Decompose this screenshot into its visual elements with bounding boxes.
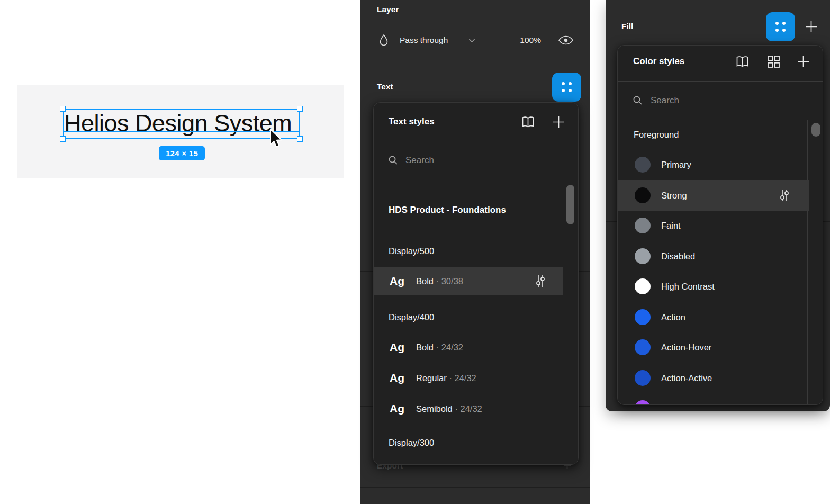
color-swatch — [635, 309, 651, 325]
color-style-item[interactable]: Disabled — [618, 241, 809, 272]
color-style-item[interactable]: Faint — [618, 210, 809, 241]
blend-mode-select[interactable]: Pass through — [400, 35, 448, 45]
color-styles-popup: Color styles ForegroundPrimaryStrongFain… — [617, 45, 823, 405]
popup-divider — [618, 81, 823, 82]
color-style-name: Primary — [661, 149, 691, 180]
adjust-sliders-icon[interactable] — [534, 274, 547, 288]
style-weight: Bold — [416, 276, 434, 286]
style-name-label: Bold · 24/32 — [416, 333, 463, 362]
style-sample-text: Ag — [390, 267, 404, 295]
scrollbar-thumb[interactable] — [811, 123, 820, 137]
color-swatch — [635, 400, 651, 405]
size-badge: 124 × 15 — [159, 146, 205, 160]
adjust-sliders-icon[interactable] — [778, 188, 791, 202]
figma-workspace: { "colors": { "accent": "#0d99ff", "pane… — [0, 0, 830, 504]
popup-divider — [374, 177, 578, 177]
color-styles-search-input[interactable] — [651, 91, 783, 110]
text-styles-popup-title: Text styles — [389, 117, 435, 127]
color-style-name: Action — [661, 302, 685, 332]
color-style-name: Highlight — [661, 393, 695, 405]
style-weight: Regular — [416, 373, 447, 383]
style-size: · 24/32 — [447, 373, 476, 383]
color-style-item[interactable]: Action-Active — [618, 363, 809, 393]
color-styles-popup-title: Color styles — [633, 57, 684, 66]
text-section-title: Text — [377, 82, 393, 92]
style-size: · 24/32 — [434, 343, 463, 352]
text-style-item[interactable]: AgRegular · 24/32 — [374, 364, 563, 392]
section-divider — [360, 64, 590, 64]
color-swatch — [635, 278, 651, 294]
popup-divider — [374, 141, 578, 141]
scrollbar-thumb[interactable] — [566, 185, 574, 224]
color-swatch — [635, 248, 651, 264]
color-style-name: Action-Active — [661, 363, 712, 393]
color-style-name: Faint — [661, 210, 681, 241]
text-style-group-label: Display/500 — [389, 244, 434, 258]
opacity-field[interactable]: 100% — [492, 35, 541, 45]
text-styles-search-input[interactable] — [405, 151, 538, 170]
style-sample-text: Ag — [390, 333, 404, 362]
blend-mode-icon — [379, 34, 389, 47]
section-divider — [360, 487, 590, 488]
color-style-name: Action-Hover — [661, 332, 711, 363]
color-style-item[interactable]: Primary — [618, 149, 809, 180]
color-style-item[interactable]: Strong — [618, 180, 809, 211]
scrollbar-track — [563, 177, 563, 464]
color-style-picker-button[interactable] — [766, 12, 795, 41]
color-style-item[interactable]: Action — [618, 302, 809, 332]
style-sample-text: Ag — [390, 394, 404, 423]
selection-handle-bottom-right[interactable] — [297, 136, 303, 142]
text-styles-library-name: HDS Product - Foundations — [389, 203, 506, 217]
fill-section-title: Fill — [621, 22, 633, 31]
add-fill-icon[interactable] — [804, 20, 818, 34]
text-style-item[interactable]: AgSemibold · 24/32 — [374, 394, 563, 423]
color-style-item[interactable]: Highlight — [618, 393, 809, 405]
color-style-name: Disabled — [661, 241, 695, 272]
selection-handle-top-left[interactable] — [60, 106, 66, 112]
style-weight: Semibold — [416, 404, 453, 413]
library-book-icon[interactable] — [735, 56, 750, 68]
text-style-item[interactable]: AgBold · 30/38 — [374, 267, 563, 295]
add-style-icon[interactable] — [796, 55, 810, 69]
style-size: · 24/32 — [453, 404, 482, 413]
chevron-down-icon[interactable] — [468, 39, 475, 43]
style-weight: Bold — [416, 343, 434, 352]
color-swatch — [635, 218, 651, 233]
visibility-eye-icon[interactable] — [558, 35, 574, 45]
selection-handle-bottom-left[interactable] — [60, 136, 66, 142]
search-icon — [388, 155, 399, 166]
color-swatch — [635, 187, 651, 203]
color-style-group-label: Foreground — [634, 128, 679, 141]
selection-handle-top-right[interactable] — [297, 106, 303, 112]
style-size: · 30/38 — [434, 276, 463, 286]
style-name-label: Semibold · 24/32 — [416, 394, 482, 423]
popup-divider — [618, 120, 823, 120]
library-book-icon[interactable] — [521, 116, 535, 128]
color-style-item[interactable]: High Contrast — [618, 271, 809, 302]
color-swatch — [635, 370, 651, 386]
mouse-cursor-icon — [268, 128, 283, 150]
selection-baseline — [63, 131, 300, 132]
style-name-label: Regular · 24/32 — [416, 364, 476, 392]
style-sample-text: Ag — [390, 364, 404, 392]
color-swatch — [635, 157, 651, 173]
search-icon — [633, 95, 643, 106]
text-style-group-label: Display/400 — [389, 310, 434, 324]
text-style-item[interactable]: AgBold · 24/32 — [374, 333, 563, 362]
selection-bounding-box — [63, 109, 300, 139]
text-styles-popup: Text styles HDS Product - FoundationsDis… — [373, 102, 579, 465]
color-swatch — [635, 339, 651, 355]
text-style-group-label: Display/300 — [389, 436, 434, 449]
color-style-item[interactable]: Action-Hover — [618, 332, 809, 363]
layer-section-title: Layer — [377, 5, 399, 14]
color-style-name: Strong — [661, 180, 687, 211]
text-style-picker-button[interactable] — [552, 73, 581, 102]
color-style-name: High Contrast — [661, 271, 715, 302]
add-style-icon[interactable] — [552, 115, 566, 129]
style-name-label: Bold · 30/38 — [416, 267, 463, 295]
grid-view-icon[interactable] — [767, 55, 780, 68]
